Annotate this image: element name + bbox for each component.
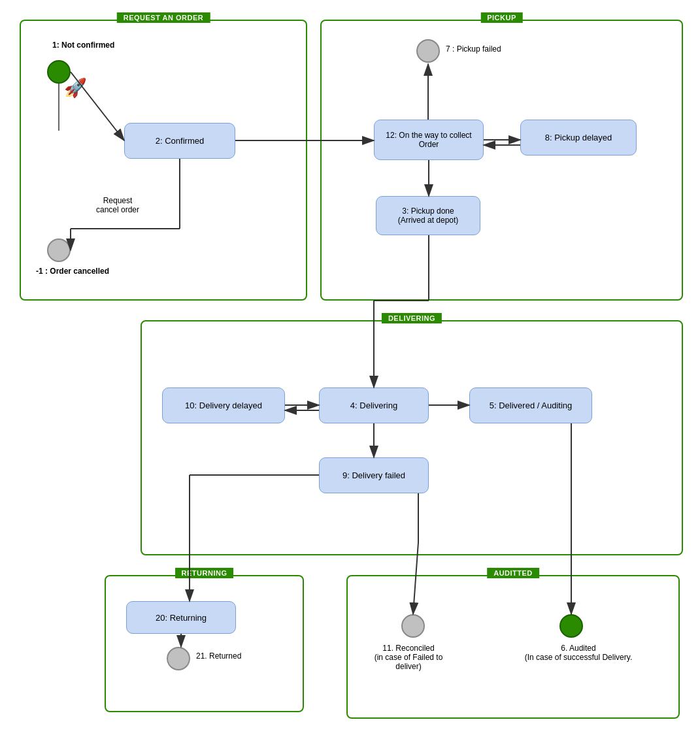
label-pickup-failed: 7 : Pickup failed: [446, 44, 501, 54]
section-delivering-title: DELIVERING: [382, 313, 442, 323]
circle-order-cancelled: [47, 238, 71, 262]
state-delivering: 4: Delivering: [319, 387, 429, 423]
section-pickup-title: PICKUP: [480, 12, 523, 23]
label-reconciled: 11. Reconciled(in case of Failed to deli…: [366, 644, 451, 671]
section-request-order-title: REQUEST AN ORDER: [117, 12, 210, 23]
circle-audited: [559, 614, 583, 638]
state-on-the-way: 12: On the way to collectOrder: [374, 120, 484, 160]
state-delivered-auditing: 5: Delivered / Auditing: [469, 387, 592, 423]
circle-returned: [167, 647, 190, 670]
circle-pickup-failed: [416, 39, 440, 63]
circle-reconciled: [401, 614, 425, 638]
section-pickup: PICKUP: [320, 20, 683, 301]
section-auditted-title: AUDITTED: [487, 568, 539, 578]
section-returning-title: RETURNING: [175, 568, 234, 578]
state-confirmed: 2: Confirmed: [124, 123, 235, 159]
label-not-confirmed: 1: Not confirmed: [52, 41, 114, 50]
label-request-cancel: Requestcancel order: [88, 196, 147, 214]
section-returning: RETURNING: [105, 575, 304, 712]
rocket-icon: 🚀: [64, 77, 87, 99]
state-delivery-failed: 9: Delivery failed: [319, 457, 429, 493]
state-pickup-delayed: 8: Pickup delayed: [520, 120, 637, 156]
state-pickup-done: 3: Pickup done(Arrived at depot): [376, 196, 480, 235]
label-audited: 6. Audited(In case of successful Deliver…: [523, 644, 634, 662]
state-delivery-delayed: 10: Delivery delayed: [162, 387, 285, 423]
state-returning: 20: Returning: [126, 601, 236, 634]
diagram-container: REQUEST AN ORDER PICKUP DELIVERING RETUR…: [0, 0, 700, 26]
section-delivering: DELIVERING: [141, 320, 683, 555]
label-order-cancelled: -1 : Order cancelled: [36, 267, 109, 276]
label-returned: 21. Returned: [196, 651, 241, 661]
